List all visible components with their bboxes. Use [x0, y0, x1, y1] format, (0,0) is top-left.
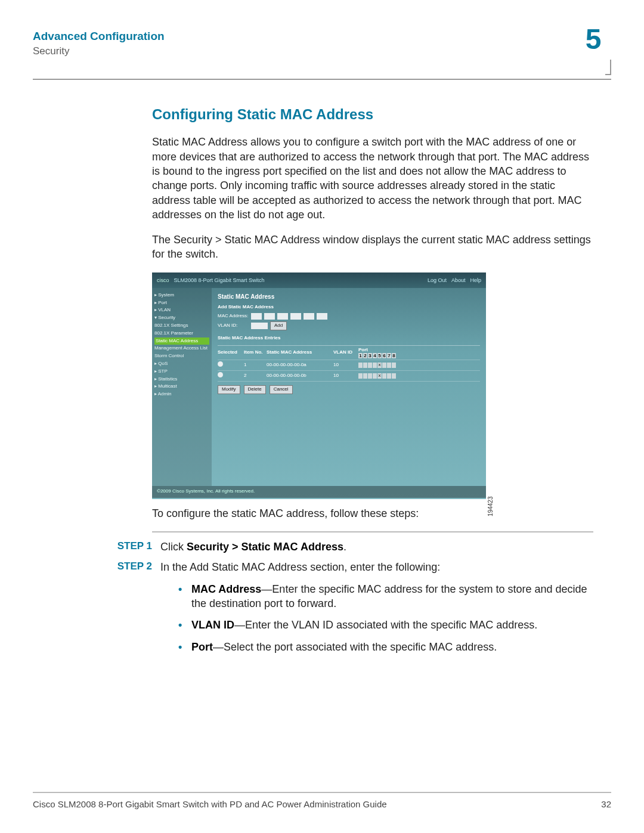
fig-nav-item[interactable]: ▾ Security [154, 314, 209, 322]
content-column: Configuring Static MAC Address Static MA… [152, 105, 593, 661]
fig-port-cell[interactable] [382, 373, 386, 379]
header-rule [33, 79, 611, 80]
fig-modify-button[interactable]: Modify [218, 385, 240, 394]
fig-port-cell[interactable] [368, 363, 372, 368]
fig-toplinks: Log Out About Help [428, 277, 481, 284]
footer-title: Cisco SLM2008 8-Port Gigabit Smart Switc… [33, 799, 387, 809]
fig-entries-table: Selected Item No. Static MAC Address VLA… [218, 345, 480, 382]
fig-port-header-cell: 8 [392, 353, 396, 358]
fig-mac-octet[interactable] [264, 313, 275, 320]
fig-port-cell[interactable] [368, 373, 372, 379]
fig-nav-item[interactable]: 802.1X Settings [154, 322, 209, 330]
fig-port-header-cell: 2 [363, 353, 367, 358]
fig-cancel-button[interactable]: Cancel [270, 385, 293, 394]
fig-port-cell[interactable] [373, 363, 377, 368]
fig-port-cell[interactable] [358, 363, 363, 368]
fig-port-cell[interactable]: x [377, 373, 382, 379]
fig-nav-item[interactable]: ▸ QoS [154, 360, 209, 368]
fig-nav-item[interactable]: Static MAC Address [154, 337, 209, 345]
chapter-subtitle: Security [33, 45, 611, 57]
fig-vlan-input[interactable] [251, 323, 268, 329]
page: Advanced Configuration Security 5 Config… [0, 0, 644, 833]
fig-row-item: 1 [244, 362, 265, 368]
fig-nav-item[interactable]: ▸ VLAN [154, 306, 209, 314]
fig-pane-title: Static MAC Address [218, 293, 480, 301]
fig-port-cell[interactable] [392, 373, 396, 379]
step-row: STEP 1 Click Security > Static MAC Addre… [69, 540, 593, 554]
fig-entries-heading: Static MAC Address Entries [218, 335, 480, 342]
fig-product: SLM2008 8-Port Gigabit Smart Switch [174, 277, 265, 284]
fig-row-item: 2 [244, 373, 265, 379]
bullet-item: MAC Address—Enter the specific MAC addre… [178, 582, 593, 611]
fig-port-header-cell: 6 [382, 353, 386, 358]
fig-port-cell[interactable] [363, 363, 367, 368]
step-body: Click Security > Static MAC Address. [160, 540, 593, 554]
fig-mac-octet[interactable] [290, 313, 301, 320]
fig-row-vlan: 10 [333, 362, 357, 368]
figure-id: 194423 [487, 497, 495, 516]
bullet-item: Port—Select the port associated with the… [178, 640, 593, 654]
fig-row-vlan: 10 [333, 373, 357, 379]
fig-link-logout[interactable]: Log Out [428, 277, 447, 284]
fig-nav-item[interactable]: ▸ Admin [154, 391, 209, 398]
fig-row-mac: 00-00-00-00-00-0a [267, 362, 332, 368]
embedded-screenshot: cisco SLM2008 8-Port Gigabit Smart Switc… [152, 272, 486, 499]
fig-port-header-cell: 1 [358, 353, 363, 358]
fig-nav-item[interactable]: ▸ System [154, 292, 209, 299]
fig-row-radio[interactable] [218, 372, 223, 377]
fig-mac-octet[interactable] [277, 313, 288, 320]
fig-mac-octet[interactable] [304, 313, 314, 320]
fig-port-cell[interactable] [363, 373, 367, 379]
fig-nav-item[interactable]: 802.1X Parameter [154, 330, 209, 337]
steps-intro: To configure the static MAC address, fol… [152, 506, 593, 521]
fig-port-cell[interactable] [382, 363, 386, 368]
fig-port-cell[interactable] [373, 373, 377, 379]
fig-row-mac: 00-00-00-00-00-0b [267, 373, 332, 379]
fig-port-cell[interactable] [392, 363, 396, 368]
fig-link-help[interactable]: Help [470, 277, 481, 284]
fig-mac-label: MAC Address: [218, 313, 249, 320]
fig-row-radio[interactable] [218, 361, 223, 367]
fig-nav-item[interactable]: ▸ Multicast [154, 383, 209, 391]
fig-sidebar: ▸ System▸ Port▸ VLAN▾ Security 802.1X Se… [152, 288, 212, 486]
section-heading: Configuring Static MAC Address [152, 105, 593, 124]
step-label: STEP 2 [69, 560, 160, 661]
fig-link-about[interactable]: About [451, 277, 466, 284]
fig-port-cell[interactable] [387, 363, 391, 368]
fig-nav-item[interactable]: ▸ Statistics [154, 376, 209, 383]
fig-nav-item[interactable]: ▸ STP [154, 368, 209, 376]
fig-footer: ©2009 Cisco Systems, Inc. All rights res… [152, 486, 486, 498]
fig-port-header-cell: 4 [373, 353, 377, 358]
step-label: STEP 1 [69, 540, 160, 554]
fig-nav-item[interactable]: Storm Control [154, 352, 209, 360]
fig-col-vlan: VLAN ID [333, 349, 357, 356]
fig-delete-button[interactable]: Delete [244, 385, 266, 394]
step-row: STEP 2 In the Add Static MAC Address sec… [69, 560, 593, 661]
fig-port-header-cell: 3 [368, 353, 372, 358]
step-body: In the Add Static MAC Address section, e… [160, 560, 593, 661]
page-footer: Cisco SLM2008 8-Port Gigabit Smart Switc… [33, 792, 611, 809]
fig-port-cell[interactable]: x [377, 363, 382, 368]
paragraph: Static MAC Address allows you to configu… [152, 135, 593, 222]
fig-mac-octet[interactable] [251, 313, 262, 320]
fig-col-mac: Static MAC Address [267, 349, 332, 356]
fig-port-header-cell: 5 [377, 353, 382, 358]
fig-add-button[interactable]: Add [270, 321, 287, 330]
fig-port-cell[interactable] [358, 373, 363, 379]
fig-table-row: 200-00-00-00-00-0b10x [218, 371, 480, 382]
fig-port-cell[interactable] [387, 373, 391, 379]
bullet-list: MAC Address—Enter the specific MAC addre… [178, 582, 593, 654]
fig-nav-item[interactable]: ▸ Port [154, 299, 209, 307]
chapter-corner-rule [605, 60, 611, 75]
fig-vlan-label: VLAN ID: [218, 323, 249, 329]
chapter-title: Advanced Configuration [33, 30, 611, 43]
fig-add-heading: Add Static MAC Address [218, 304, 480, 311]
bullet-item: VLAN ID—Enter the VLAN ID associated wit… [178, 618, 593, 632]
fig-col-selected: Selected [218, 349, 243, 356]
fig-brand: cisco [157, 277, 169, 284]
fig-mac-octet[interactable] [317, 313, 327, 320]
page-number: 32 [601, 799, 611, 809]
fig-col-port: Port 12345678 [358, 347, 406, 359]
steps-list: STEP 1 Click Security > Static MAC Addre… [69, 540, 593, 661]
fig-nav-item[interactable]: Management Access List [154, 345, 209, 352]
